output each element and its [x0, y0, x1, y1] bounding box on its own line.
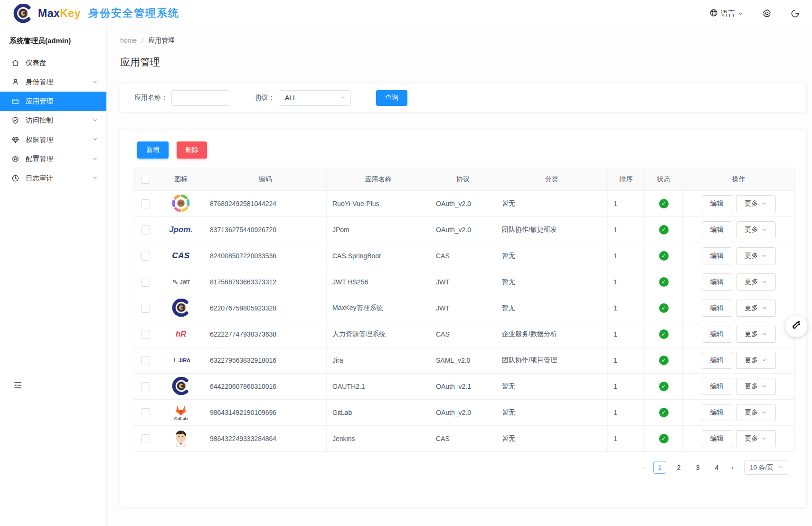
- sidebar-item-label: 配置管理: [26, 154, 53, 163]
- edit-button[interactable]: 编辑: [702, 430, 732, 447]
- app-code-cell: 837136275440926720: [204, 217, 327, 243]
- edit-button[interactable]: 编辑: [702, 221, 732, 238]
- page-number-3[interactable]: 3: [691, 461, 704, 474]
- select-all-checkbox[interactable]: [141, 175, 150, 184]
- breadcrumb-home[interactable]: home: [120, 37, 137, 44]
- table-row: 986432249333284864JenkinsCAS暂无1✓编辑更多: [133, 426, 794, 452]
- search-button[interactable]: 查询: [376, 90, 407, 106]
- app-logo-ruoyi: [171, 193, 191, 215]
- status-cell: ✓: [645, 426, 683, 451]
- page-number-4[interactable]: 4: [710, 461, 723, 474]
- sidebar-item-label: 日志审计: [26, 174, 53, 183]
- sidebar-item-3[interactable]: 访问控制: [0, 111, 106, 131]
- assistant-fab-button[interactable]: [785, 315, 807, 337]
- row-checkbox-cell: [133, 374, 158, 399]
- row-checkbox[interactable]: [141, 408, 150, 417]
- protocol-cell: SAML_v2.0: [430, 348, 496, 373]
- app-code-cell: 824008507220033536: [204, 243, 327, 269]
- add-button[interactable]: 新增: [137, 141, 169, 159]
- status-enabled-icon: ✓: [659, 199, 669, 208]
- edit-button[interactable]: 编辑: [702, 378, 732, 395]
- more-button[interactable]: 更多: [736, 300, 776, 317]
- page-number-1[interactable]: 1: [653, 461, 666, 474]
- apps-icon: [11, 97, 19, 105]
- edit-button[interactable]: 编辑: [702, 326, 732, 343]
- row-checkbox[interactable]: [141, 304, 150, 313]
- prev-page-button[interactable]: ‹: [641, 464, 647, 471]
- more-button[interactable]: 更多: [736, 195, 776, 212]
- language-menu[interactable]: 语言: [709, 9, 743, 19]
- row-checkbox-cell: [133, 217, 158, 243]
- edit-button[interactable]: 编辑: [702, 404, 732, 421]
- sidebar-item-6[interactable]: 日志审计: [0, 169, 106, 188]
- protocol-cell: OAuth_v2.0: [430, 400, 496, 425]
- row-checkbox[interactable]: [141, 225, 150, 235]
- protocol-cell: JWT: [430, 295, 496, 321]
- sidebar-item-5[interactable]: 配置管理: [0, 150, 106, 169]
- app-icon-cell: [158, 374, 204, 399]
- edit-button[interactable]: 编辑: [702, 352, 732, 369]
- more-button[interactable]: 更多: [736, 247, 776, 264]
- more-button[interactable]: 更多: [736, 378, 776, 395]
- edit-button[interactable]: 编辑: [702, 273, 732, 291]
- chevron-down-icon: [762, 304, 767, 312]
- protocol-cell: CAS: [430, 426, 496, 451]
- app-name-cell: OAUTH2.1: [327, 374, 430, 399]
- app-name-cell: RuoYi-Vue-Plus: [327, 191, 430, 216]
- app-icon-cell: JWT: [158, 269, 204, 295]
- protocol-cell: OAuth_v2.1: [430, 374, 496, 399]
- edit-button[interactable]: 编辑: [702, 300, 732, 317]
- edit-button[interactable]: 编辑: [702, 195, 732, 212]
- more-button[interactable]: 更多: [736, 352, 776, 369]
- column-header: 编码: [204, 168, 327, 190]
- chevron-down-icon: [762, 409, 767, 416]
- logout-icon[interactable]: [791, 9, 800, 18]
- identity-icon: [11, 78, 19, 86]
- row-checkbox[interactable]: [141, 252, 150, 261]
- row-checkbox[interactable]: [141, 356, 150, 365]
- row-checkbox[interactable]: [141, 330, 150, 339]
- status-enabled-icon: ✓: [659, 329, 669, 339]
- row-checkbox[interactable]: [141, 278, 150, 287]
- row-checkbox[interactable]: [141, 382, 150, 391]
- row-checkbox[interactable]: [141, 199, 150, 208]
- sidebar-item-apps[interactable]: 应用管理: [0, 92, 106, 111]
- breadcrumb-separator: /: [142, 37, 143, 44]
- settings-gear-icon[interactable]: [762, 9, 772, 18]
- app-logo-hr: hR: [176, 329, 187, 339]
- row-checkbox[interactable]: [141, 434, 150, 443]
- sidebar-item-label: 仪表盘: [26, 58, 47, 67]
- column-header: 状态: [645, 168, 683, 190]
- more-button[interactable]: 更多: [736, 221, 776, 238]
- next-page-button[interactable]: ›: [729, 464, 736, 471]
- app-logo-maxkey: [172, 377, 190, 396]
- chevron-down-icon: [738, 9, 743, 18]
- more-button[interactable]: 更多: [736, 273, 776, 291]
- more-button[interactable]: 更多: [736, 404, 776, 421]
- page-title: 应用管理: [107, 45, 812, 69]
- row-checkbox-cell: [133, 348, 158, 373]
- sidebar-item-4[interactable]: 权限管理: [0, 130, 106, 150]
- collapse-sidebar-icon[interactable]: [13, 381, 22, 392]
- more-button[interactable]: 更多: [736, 430, 776, 447]
- app-icon-cell: Jpom.: [158, 217, 204, 243]
- column-header: 应用名称: [327, 168, 430, 190]
- column-header: 操作: [683, 168, 794, 190]
- category-cell: 企业服务/数据分析: [496, 321, 608, 347]
- table-row: 622076759805923328MaxKey管理系统JWT暂无1✓编辑更多: [133, 295, 794, 321]
- column-header: 协议: [430, 168, 496, 190]
- protocol-select[interactable]: ALL: [279, 90, 351, 106]
- sidebar-item-dashboard[interactable]: 仪表盘: [0, 53, 106, 73]
- sidebar-item-1[interactable]: 身份管理: [0, 73, 106, 92]
- edit-button[interactable]: 编辑: [702, 247, 732, 264]
- more-button[interactable]: 更多: [736, 326, 776, 343]
- status-cell: ✓: [645, 374, 683, 399]
- delete-button[interactable]: 删除: [177, 141, 207, 159]
- status-enabled-icon: ✓: [659, 382, 669, 391]
- page-size-select[interactable]: 10 条/页: [744, 460, 788, 475]
- page-number-2[interactable]: 2: [672, 461, 685, 474]
- table-body: 876892492581044224RuoYi-Vue-PlusOAuth_v2…: [133, 191, 794, 452]
- table-row: 644220607860310016OAUTH2.1OAuth_v2.1暂无1✓…: [133, 374, 794, 400]
- app-code-cell: 622227747938373638: [204, 321, 327, 347]
- app-name-input[interactable]: [171, 90, 230, 106]
